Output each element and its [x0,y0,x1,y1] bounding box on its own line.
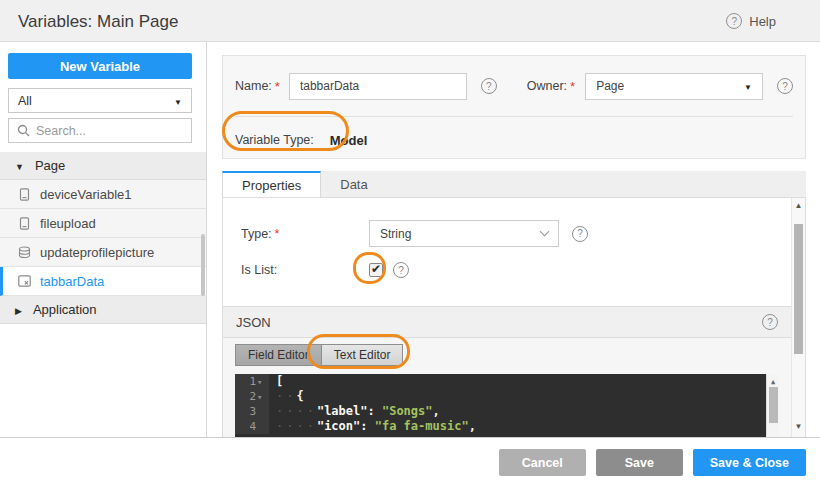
variable-type-value: Model [330,133,368,148]
field-editor-button[interactable]: Field Editor [235,344,322,366]
main-panel: Name:* Owner:* Page Variable Type: Model… [208,42,820,437]
sidebar-item-fileupload[interactable]: fileupload [0,209,206,238]
code-line: 2 ··{ [235,389,779,404]
editor-scrollbar-thumb[interactable] [769,387,778,423]
json-help-icon[interactable] [762,314,778,330]
code-fold-icon[interactable] [257,389,266,405]
help-button[interactable]: Help [726,13,776,29]
required-asterisk: * [275,79,280,94]
device-variable-icon [17,187,31,201]
chevron-down-icon [174,94,182,108]
tree-group-label: Application [33,302,97,317]
sidebar-item-devicevariable1[interactable]: deviceVariable1 [0,180,206,209]
tab-data[interactable]: Data [321,171,386,197]
tab-bar: Properties Data [222,171,806,197]
tree-group-page[interactable]: Page [0,152,206,180]
variable-summary-panel: Name:* Owner:* Page Variable Type: Model [222,55,806,159]
owner-select[interactable]: Page [585,73,763,100]
is-list-label: Is List: [241,263,369,277]
page-title: Variables: Main Page [18,12,178,32]
name-input[interactable] [289,73,467,100]
name-help-icon[interactable] [481,78,497,94]
tree-item-label: fileupload [40,216,96,231]
line-number: 3 [249,404,256,419]
search-box [8,118,192,143]
tree-group-label: Page [35,158,65,173]
chevron-down-icon [744,79,752,93]
editor-mode-toggle: Field Editor Text Editor [235,344,779,366]
search-input[interactable] [36,124,166,138]
line-number: 4 [249,419,256,434]
help-label: Help [749,14,776,29]
model-variable-icon [17,274,31,288]
device-variable-icon [17,216,31,230]
required-asterisk: * [570,79,575,94]
divider [235,116,793,117]
save-button[interactable]: Save [596,449,683,476]
code-line: 3 ····"label": "Songs", [235,404,779,419]
cancel-button[interactable]: Cancel [499,449,586,476]
tree-item-label: deviceVariable1 [40,187,132,202]
dialog-header: Variables: Main Page Help [0,0,820,42]
code-line: 4 ····"icon": "fa fa-music", [235,419,779,434]
variable-filter-select[interactable]: All [8,88,192,113]
code-line: 1 [ [235,374,779,389]
sidebar-scrollbar-thumb[interactable] [201,234,205,296]
type-label: Type:* [241,227,369,241]
json-code-editor[interactable]: 1 [ 2 ··{ 3 ····"label": "Songs", 4 [235,374,779,437]
owner-help-icon[interactable] [777,78,793,94]
json-section-title: JSON [236,315,271,330]
variable-type-label: Variable Type: [235,133,314,147]
variables-sidebar: New Variable All Page deviceVariable1 [0,42,207,437]
properties-content: Type:* String Is List: JSON [222,197,806,437]
type-help-icon[interactable] [572,226,588,242]
caret-right-icon [15,302,22,317]
text-editor-button[interactable]: Text Editor [321,344,404,366]
content-scrollbar[interactable] [791,198,805,437]
scroll-down-icon[interactable] [792,422,805,431]
service-variable-icon [17,245,31,259]
line-number: 1 [249,374,256,389]
is-list-help-icon[interactable] [393,262,409,278]
owner-value: Page [596,79,624,93]
sidebar-item-updateprofilepicture[interactable]: updateprofilepicture [0,238,206,267]
variable-filter-value: All [18,94,32,108]
code-fold-icon[interactable] [257,374,266,390]
editor-scrollbar[interactable] [766,374,779,437]
save-and-close-button[interactable]: Save & Close [693,449,806,476]
is-list-checkbox[interactable] [369,263,383,277]
json-section: JSON Field Editor Text Editor 1 [ [223,306,791,437]
type-value: String [380,227,411,241]
tree-item-label: tabbarData [40,274,104,289]
required-asterisk: * [275,227,280,241]
search-icon [17,124,30,137]
caret-down-icon [15,158,24,173]
content-scrollbar-thumb[interactable] [794,224,803,354]
chevron-down-icon [540,227,550,237]
sidebar-item-tabbardata[interactable]: tabbarData [0,267,206,296]
scroll-up-icon[interactable] [792,201,805,210]
type-select[interactable]: String [369,220,559,247]
tree-item-label: updateprofilepicture [40,245,154,260]
tree-group-application[interactable]: Application [0,296,206,324]
owner-label: Owner: [527,79,567,93]
new-variable-button[interactable]: New Variable [8,53,192,79]
help-circle-icon [726,13,742,29]
name-label: Name: [235,79,272,93]
dialog-footer: Cancel Save Save & Close [0,437,820,487]
tab-properties[interactable]: Properties [222,171,321,198]
variables-dialog: Variables: Main Page Help New Variable A… [0,0,820,487]
variable-tree: Page deviceVariable1 fileupload updatepr… [0,152,206,324]
line-number: 2 [249,389,256,404]
